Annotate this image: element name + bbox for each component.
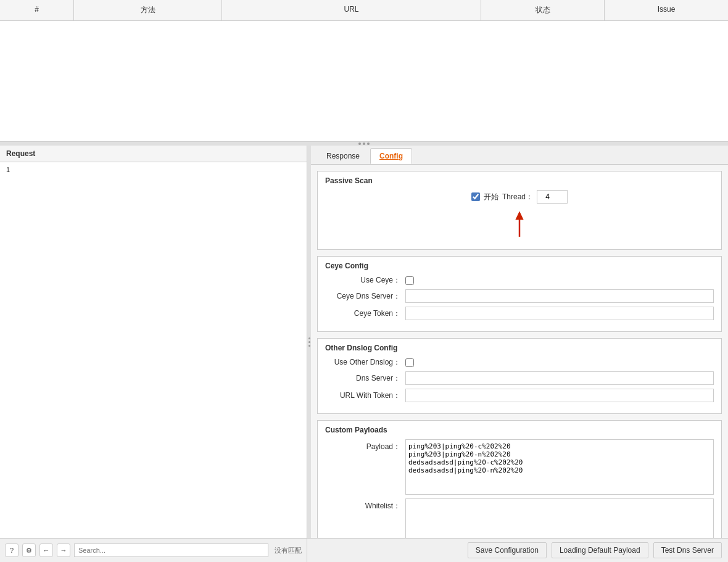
- use-ceye-row: Use Ceye：: [325, 275, 714, 286]
- ceye-config-section: Ceye Config Use Ceye： Ceye Dns Server： C…: [317, 256, 722, 332]
- dns-server-input[interactable]: [405, 371, 714, 385]
- svg-marker-1: [515, 211, 523, 220]
- whitelist-label: Whitelist：: [325, 498, 405, 511]
- use-ceye-checkbox[interactable]: [405, 276, 414, 285]
- custom-payloads-section: Custom Payloads Payload： Whitelist：: [317, 420, 722, 538]
- ceye-dns-server-row: Ceye Dns Server：: [325, 289, 714, 303]
- passive-scan-checkbox[interactable]: [471, 192, 480, 201]
- col-status: 状态: [481, 0, 605, 20]
- table-header: # 方法 URL 状态 Issue: [0, 0, 728, 21]
- arrow-annotation: [325, 209, 714, 239]
- thread-label: Thread：: [502, 192, 533, 202]
- payload-label: Payload：: [325, 439, 405, 452]
- config-panel: Passive Scan 开始 Thread：: [311, 165, 728, 538]
- save-configuration-button[interactable]: Save Configuration: [468, 542, 547, 558]
- ceye-config-title: Ceye Config: [325, 262, 714, 270]
- payload-row: Payload：: [325, 439, 714, 495]
- loading-default-payload-button[interactable]: Loading Default Payload: [552, 542, 648, 558]
- url-with-token-label: URL With Token：: [325, 391, 405, 401]
- back-button[interactable]: ←: [39, 543, 53, 557]
- col-method: 方法: [74, 0, 222, 20]
- passive-scan-start-label: 开始: [484, 192, 498, 202]
- settings-button[interactable]: ⚙: [22, 543, 36, 557]
- use-other-dnslog-label: Use Other Dnslog：: [325, 357, 405, 368]
- table-body: [0, 21, 728, 141]
- use-ceye-label: Use Ceye：: [325, 275, 405, 286]
- left-bottom-bar: ? ⚙ ← → 没有匹配: [0, 539, 307, 562]
- dns-server-row: Dns Server：: [325, 371, 714, 385]
- custom-payloads-title: Custom Payloads: [325, 426, 714, 434]
- splitter-dot: [363, 143, 365, 145]
- other-dnslog-title: Other Dnslog Config: [325, 344, 714, 352]
- whitelist-row: Whitelist：: [325, 498, 714, 538]
- payload-textarea[interactable]: [405, 439, 714, 495]
- top-table: # 方法 URL 状态 Issue: [0, 0, 728, 142]
- right-bottom-bar: Save Configuration Loading Default Paylo…: [307, 539, 728, 562]
- bottom-area: Request 1 Response Config Passive Scan: [0, 146, 728, 562]
- url-with-token-row: URL With Token：: [325, 389, 714, 402]
- right-panel: Response Config Passive Scan 开始 Thread：: [311, 146, 728, 538]
- v-splitter-dot: [308, 337, 310, 339]
- no-match-label: 没有匹配: [275, 546, 302, 555]
- help-button[interactable]: ?: [5, 543, 19, 557]
- passive-scan-controls: 开始 Thread：: [325, 190, 714, 204]
- left-panel: Request 1: [0, 146, 307, 538]
- v-splitter-dot: [308, 345, 310, 347]
- splitter-dots: [358, 143, 370, 145]
- url-with-token-input[interactable]: [405, 389, 714, 402]
- request-header: Request: [0, 146, 307, 162]
- passive-scan-section: Passive Scan 开始 Thread：: [317, 171, 722, 250]
- use-other-dnslog-checkbox[interactable]: [405, 358, 414, 367]
- ceye-dns-server-label: Ceye Dns Server：: [325, 291, 405, 302]
- ceye-dns-server-input[interactable]: [405, 289, 714, 303]
- panels: Request 1 Response Config Passive Scan: [0, 146, 728, 538]
- passive-scan-title: Passive Scan: [325, 176, 714, 185]
- thread-input[interactable]: [537, 190, 568, 204]
- tab-response[interactable]: Response: [317, 148, 369, 164]
- splitter-dot: [358, 143, 361, 145]
- dns-server-label: Dns Server：: [325, 373, 405, 384]
- bottom-toolbar: ? ⚙ ← → 没有匹配 Save Configuration Loading …: [0, 538, 728, 562]
- use-other-dnslog-row: Use Other Dnslog：: [325, 357, 714, 368]
- forward-button[interactable]: →: [57, 543, 70, 557]
- request-row-1: 1: [2, 165, 304, 175]
- col-hash: #: [0, 0, 74, 20]
- whitelist-textarea[interactable]: [405, 498, 714, 538]
- ceye-token-row: Ceye Token：: [325, 307, 714, 320]
- red-arrow-icon: [507, 209, 532, 239]
- tab-bar: Response Config: [311, 146, 728, 165]
- v-splitter-dot: [308, 341, 310, 343]
- col-issue: Issue: [605, 0, 728, 20]
- test-dns-server-button[interactable]: Test Dns Server: [653, 542, 722, 558]
- ceye-token-label: Ceye Token：: [325, 308, 405, 319]
- search-input[interactable]: [74, 543, 268, 557]
- tab-config[interactable]: Config: [370, 148, 412, 164]
- other-dnslog-section: Other Dnslog Config Use Other Dnslog： Dn…: [317, 338, 722, 414]
- request-body: 1: [0, 162, 307, 538]
- col-url: URL: [222, 0, 481, 20]
- splitter-dot: [367, 143, 370, 145]
- ceye-token-input[interactable]: [405, 307, 714, 320]
